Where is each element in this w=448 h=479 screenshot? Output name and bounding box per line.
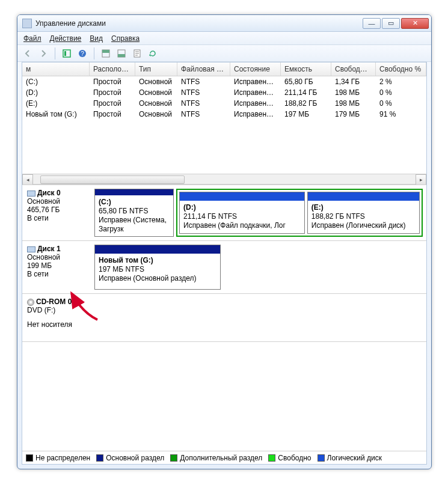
cell-freepct: 0 % — [376, 87, 426, 98]
disk-management-window: Управление дисками — ▭ ✕ Файл Действие В… — [17, 14, 432, 469]
col-volume[interactable]: м — [22, 63, 90, 76]
disk-state: В сети — [27, 214, 86, 222]
content-pane: м Располо… Тип Файловая с… Состояние Емк… — [22, 62, 427, 465]
cell-free: 198 МБ — [331, 98, 376, 109]
col-capacity[interactable]: Емкость — [281, 63, 331, 76]
app-icon — [22, 19, 32, 28]
partition-size: 188,82 ГБ NTFS — [311, 212, 365, 221]
volume-list-header: м Располо… Тип Файловая с… Состояние Емк… — [22, 63, 426, 76]
disk-size: 199 МБ — [27, 261, 86, 270]
menu-view[interactable]: Вид — [90, 34, 103, 43]
col-freepct[interactable]: Свободно % — [376, 63, 426, 76]
cell-volume: Новый том (G:) — [22, 109, 90, 120]
svg-rect-1 — [64, 51, 66, 56]
partition-label: Новый том (G:) — [99, 256, 153, 264]
disk-type: Основной — [27, 253, 86, 261]
cell-fs: NTFS — [177, 76, 230, 87]
extended-partition-group: (D:) 211,14 ГБ NTFS Исправен (Файл подка… — [176, 189, 423, 237]
legend: Не распределен Основной раздел Дополните… — [22, 451, 426, 464]
scroll-right-button[interactable]: ▸ — [416, 174, 426, 185]
partition-header — [95, 245, 220, 254]
volume-list: (C:) Простой Основной NTFS Исправен… 65,… — [22, 76, 426, 120]
col-fs[interactable]: Файловая с… — [177, 63, 230, 76]
partition-label: (E:) — [311, 203, 324, 212]
legend-extended: Дополнительный раздел — [170, 454, 262, 462]
disk-row-1[interactable]: Диск 1 Основной 199 МБ В сети Новый том … — [22, 241, 426, 294]
legend-free: Свободно — [268, 454, 311, 462]
show-hide-tree-button[interactable] — [60, 47, 73, 60]
disk-icon — [27, 246, 35, 252]
partition-c[interactable]: (C:) 65,80 ГБ NTFS Исправен (Система, За… — [94, 189, 174, 237]
cell-type: Основной — [135, 87, 177, 98]
view-top-button[interactable] — [99, 47, 112, 60]
col-type[interactable]: Тип — [135, 63, 177, 76]
svg-rect-5 — [102, 50, 109, 53]
volume-row[interactable]: (D:) Простой Основной NTFS Исправен… 211… — [22, 87, 426, 98]
disk-info: Диск 1 Основной 199 МБ В сети — [22, 241, 91, 293]
help-button[interactable]: ? — [76, 47, 89, 60]
volume-row[interactable]: Новый том (G:) Простой Основной NTFS Исп… — [22, 109, 426, 120]
svg-text:?: ? — [81, 50, 84, 57]
maximize-button[interactable]: ▭ — [382, 18, 400, 29]
close-button[interactable]: ✕ — [401, 18, 429, 29]
col-layout[interactable]: Располо… — [90, 63, 135, 76]
properties-button[interactable] — [130, 47, 144, 60]
cdrom-icon — [27, 299, 34, 306]
partition-status: Исправен (Система, Загрузк — [99, 216, 167, 233]
cell-freepct: 0 % — [376, 98, 426, 109]
partition-d[interactable]: (D:) 211,14 ГБ NTFS Исправен (Файл подка… — [179, 192, 305, 234]
col-status[interactable]: Состояние — [230, 63, 281, 76]
cell-fs: NTFS — [177, 98, 230, 109]
partition-size: 197 МБ NTFS — [99, 265, 144, 273]
partition-g[interactable]: Новый том (G:) 197 МБ NTFS Исправен (Осн… — [94, 245, 221, 290]
cell-status: Исправен… — [230, 76, 281, 87]
partition-e[interactable]: (E:) 188,82 ГБ NTFS Исправен (Логический… — [307, 192, 420, 234]
menu-help[interactable]: Справка — [111, 34, 140, 43]
cell-freepct: 91 % — [376, 109, 426, 120]
partition-header — [308, 192, 419, 201]
col-free[interactable]: Свобод… — [331, 63, 376, 76]
cell-layout: Простой — [90, 76, 135, 87]
cell-layout: Простой — [90, 87, 135, 98]
cell-freepct: 2 % — [376, 76, 426, 87]
volume-row[interactable]: (C:) Простой Основной NTFS Исправен… 65,… — [22, 76, 426, 87]
minimize-button[interactable]: — — [363, 18, 381, 29]
cell-volume: (E:) — [22, 98, 90, 109]
disk-row-0[interactable]: Диск 0 Основной 465,76 ГБ В сети (C:) 65… — [22, 185, 426, 241]
refresh-button[interactable] — [146, 47, 159, 60]
menu-file[interactable]: Файл — [23, 34, 41, 43]
partition-header — [180, 192, 304, 201]
volume-row[interactable]: (E:) Простой Основной NTFS Исправен… 188… — [22, 98, 426, 109]
disk-state: Нет носителя — [27, 320, 86, 329]
cell-status: Исправен… — [230, 98, 281, 109]
cell-status: Исправен… — [230, 87, 281, 98]
legend-unallocated: Не распределен — [26, 454, 90, 462]
partition-label: (D:) — [183, 203, 196, 212]
disk-row-cdrom[interactable]: CD-ROM 0 DVD (F:) Нет носителя — [22, 294, 426, 342]
legend-logical: Логический диск — [318, 454, 382, 462]
disk-name: Диск 0 — [37, 189, 61, 197]
cell-capacity: 65,80 ГБ — [281, 76, 331, 87]
cell-volume: (D:) — [22, 87, 90, 98]
cell-free: 1,34 ГБ — [331, 76, 376, 87]
view-bottom-button[interactable] — [115, 47, 128, 60]
disk-info: Диск 0 Основной 465,76 ГБ В сети — [22, 185, 91, 240]
partition-size: 211,14 ГБ NTFS — [183, 212, 237, 221]
disk-icon — [27, 191, 35, 197]
cell-capacity: 211,14 ГБ — [281, 87, 331, 98]
disk-size: 465,76 ГБ — [27, 206, 86, 214]
cell-layout: Простой — [90, 98, 135, 109]
disk-name: CD-ROM 0 — [36, 297, 72, 306]
forward-button[interactable] — [37, 47, 50, 60]
horizontal-scrollbar[interactable]: ◂ ▸ — [22, 174, 426, 185]
scroll-left-button[interactable]: ◂ — [22, 174, 33, 185]
titlebar[interactable]: Управление дисками — ▭ ✕ — [17, 15, 431, 32]
cell-free: 198 МБ — [331, 87, 376, 98]
cell-capacity: 188,82 ГБ — [281, 98, 331, 109]
disk-state: В сети — [27, 270, 86, 278]
back-button[interactable] — [21, 47, 34, 60]
partition-status: Исправен (Файл подкачки, Лог — [183, 221, 286, 230]
menu-action[interactable]: Действие — [50, 34, 82, 43]
scroll-thumb[interactable] — [40, 175, 185, 184]
cell-fs: NTFS — [177, 109, 230, 120]
